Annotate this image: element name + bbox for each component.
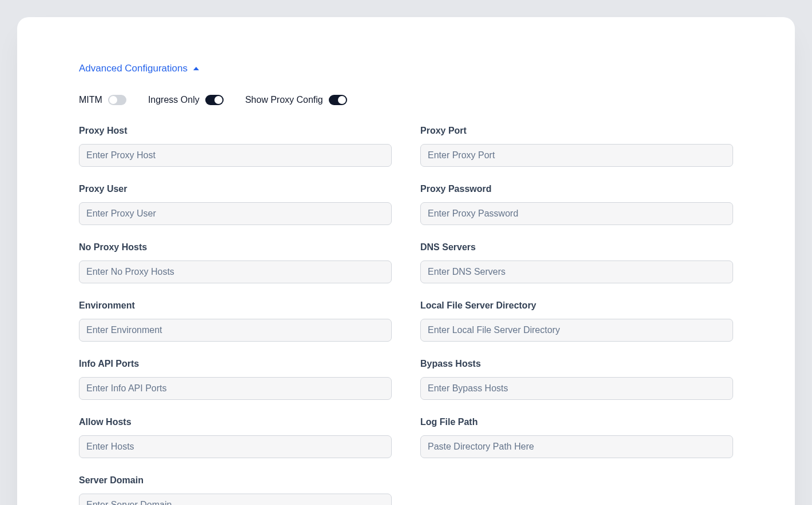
info-api-ports-field: Info API Ports xyxy=(79,359,392,400)
dns-servers-input[interactable] xyxy=(420,260,733,283)
show-proxy-config-toggle-group: Show Proxy Config xyxy=(245,95,347,105)
bypass-hosts-field: Bypass Hosts xyxy=(420,359,733,400)
ingress-only-toggle-group: Ingress Only xyxy=(148,95,224,105)
ingress-only-switch[interactable] xyxy=(205,95,224,105)
proxy-password-input[interactable] xyxy=(420,202,733,225)
allow-hosts-field: Allow Hosts xyxy=(79,417,392,458)
no-proxy-hosts-input[interactable] xyxy=(79,260,392,283)
info-api-ports-input[interactable] xyxy=(79,377,392,400)
proxy-port-input[interactable] xyxy=(420,144,733,167)
log-file-path-input[interactable] xyxy=(420,435,733,458)
show-proxy-config-switch[interactable] xyxy=(329,95,347,105)
toggles-row: MITM Ingress Only Show Proxy Config xyxy=(79,95,733,105)
local-file-server-directory-label: Local File Server Directory xyxy=(420,300,733,311)
mitm-toggle-group: MITM xyxy=(79,95,126,105)
show-proxy-config-label: Show Proxy Config xyxy=(245,95,323,105)
proxy-password-field: Proxy Password xyxy=(420,184,733,225)
log-file-path-label: Log File Path xyxy=(420,417,733,427)
environment-label: Environment xyxy=(79,300,392,311)
advanced-configurations-toggle[interactable]: Advanced Configurations xyxy=(79,63,733,74)
allow-hosts-input[interactable] xyxy=(79,435,392,458)
local-file-server-directory-field: Local File Server Directory xyxy=(420,300,733,342)
ingress-only-label: Ingress Only xyxy=(148,95,200,105)
log-file-path-field: Log File Path xyxy=(420,417,733,458)
dns-servers-label: DNS Servers xyxy=(420,242,733,252)
local-file-server-directory-input[interactable] xyxy=(420,319,733,342)
proxy-user-input[interactable] xyxy=(79,202,392,225)
proxy-port-label: Proxy Port xyxy=(420,126,733,136)
proxy-port-field: Proxy Port xyxy=(420,126,733,167)
proxy-host-label: Proxy Host xyxy=(79,126,392,136)
proxy-host-input[interactable] xyxy=(79,144,392,167)
section-title: Advanced Configurations xyxy=(79,63,188,74)
no-proxy-hosts-label: No Proxy Hosts xyxy=(79,242,392,252)
mitm-switch[interactable] xyxy=(108,95,126,105)
info-api-ports-label: Info API Ports xyxy=(79,359,392,369)
left-column: Proxy Host Proxy User No Proxy Hosts Env… xyxy=(79,126,392,505)
no-proxy-hosts-field: No Proxy Hosts xyxy=(79,242,392,283)
allow-hosts-label: Allow Hosts xyxy=(79,417,392,427)
right-column: Proxy Port Proxy Password DNS Servers Lo… xyxy=(420,126,733,505)
proxy-password-label: Proxy Password xyxy=(420,184,733,194)
server-domain-field: Server Domain xyxy=(79,475,392,505)
proxy-user-label: Proxy User xyxy=(79,184,392,194)
mitm-label: MITM xyxy=(79,95,102,105)
dns-servers-field: DNS Servers xyxy=(420,242,733,283)
environment-field: Environment xyxy=(79,300,392,342)
environment-input[interactable] xyxy=(79,319,392,342)
server-domain-label: Server Domain xyxy=(79,475,392,486)
settings-card: Advanced Configurations MITM Ingress Onl… xyxy=(17,17,795,505)
fields-grid: Proxy Host Proxy User No Proxy Hosts Env… xyxy=(79,126,733,505)
bypass-hosts-label: Bypass Hosts xyxy=(420,359,733,369)
proxy-user-field: Proxy User xyxy=(79,184,392,225)
caret-up-icon xyxy=(193,67,199,70)
proxy-host-field: Proxy Host xyxy=(79,126,392,167)
server-domain-input[interactable] xyxy=(79,494,392,505)
bypass-hosts-input[interactable] xyxy=(420,377,733,400)
